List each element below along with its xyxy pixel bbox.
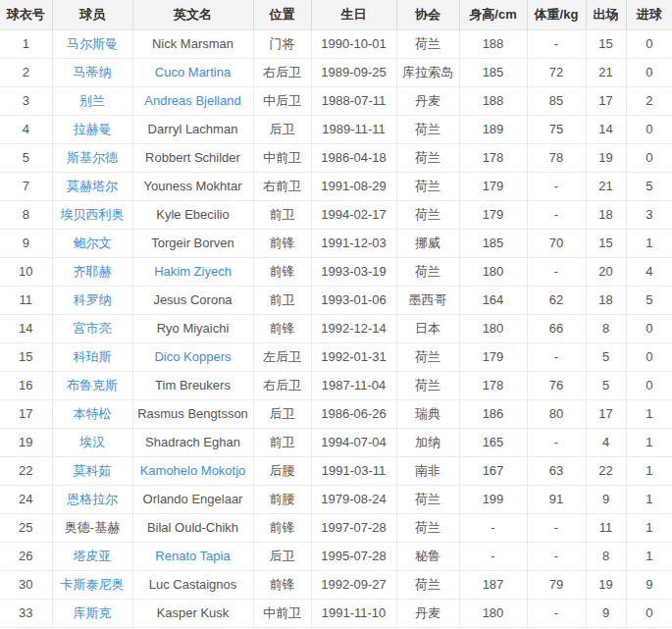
player-row: 24恩格拉尔Orlando Engelaar前腰1979-08-24荷兰1999… [0, 485, 672, 513]
cell-appearances-text: 8 [602, 549, 609, 563]
player-name_cn-link[interactable]: 莫赫塔尔 [67, 179, 118, 193]
player-name_cn-link[interactable]: 塔皮亚 [74, 549, 112, 563]
cell-name_en-text: Robbert Schilder [145, 150, 240, 165]
cell-goals-text: 9 [646, 577, 652, 592]
cell-goals: 2 [626, 86, 672, 115]
cell-height-text: 164 [483, 292, 504, 307]
cell-height: 178 [459, 143, 527, 172]
cell-name_en-text: Nick Marsman [152, 36, 233, 51]
cell-name_cn-text: 奥德-基赫 [65, 520, 120, 535]
player-name_cn-link[interactable]: 埃汉 [79, 435, 105, 449]
cell-number-text: 9 [23, 236, 29, 250]
cell-height: 164 [459, 286, 527, 314]
cell-appearances-text: 17 [598, 93, 612, 108]
cell-goals: 0 [626, 143, 672, 172]
cell-weight-text: - [554, 264, 558, 279]
cell-appearances: 8 [586, 314, 626, 342]
player-name_cn-link[interactable]: 齐耶赫 [74, 264, 112, 279]
player-name_cn-link[interactable]: 莫科茹 [74, 463, 112, 478]
cell-association-text: 荷兰 [415, 264, 440, 279]
cell-birthday: 1992-01-31 [311, 342, 396, 371]
player-name_en-link[interactable]: Dico Koppers [154, 349, 231, 364]
player-name_en-link[interactable]: Kamohelo Mokotjo [140, 463, 246, 478]
cell-name_cn: 科珀斯 [52, 342, 132, 371]
player-name_cn-link[interactable]: 库斯克 [74, 605, 112, 620]
cell-birthday: 1986-06-26 [311, 399, 396, 428]
cell-birthday-text: 1991-08-29 [321, 179, 387, 193]
cell-goals: 1 [626, 542, 672, 570]
cell-position-text: 前锋 [270, 321, 295, 336]
cell-weight: 76 [527, 371, 586, 399]
cell-name_cn: 莫科茹 [52, 456, 132, 485]
cell-appearances-text: 5 [602, 349, 609, 364]
cell-number: 25 [0, 513, 52, 542]
squad-table-header: 球衣号球员英文名位置生日协会身高/cm体重/kg出场进球 [0, 0, 672, 29]
cell-association: 丹麦 [396, 599, 459, 627]
cell-goals-text: 2 [646, 93, 652, 108]
cell-appearances: 8 [586, 542, 626, 570]
cell-name_en: Ryo Miyaichi [132, 314, 253, 342]
cell-appearances-text: 21 [598, 179, 612, 193]
cell-appearances-text: 21 [598, 65, 612, 79]
player-name_cn-link[interactable]: 宫市亮 [74, 321, 112, 336]
player-name_en-link[interactable]: Hakim Ziyech [154, 264, 232, 279]
player-row: 14宫市亮Ryo Miyaichi前锋1992-12-14日本1806680 [0, 314, 672, 342]
cell-height-text: 180 [483, 321, 504, 336]
player-name_cn-link[interactable]: 斯基尔德 [67, 150, 118, 165]
cell-goals-text: 0 [646, 349, 652, 364]
cell-appearances-text: 8 [602, 321, 609, 336]
cell-position-text: 左后卫 [263, 349, 301, 364]
cell-weight: 75 [527, 115, 586, 143]
player-name_en-link[interactable]: Andreas Bjelland [144, 93, 240, 108]
player-name_cn-link[interactable]: 埃贝西利奥 [61, 207, 125, 222]
cell-position: 后卫 [253, 542, 311, 570]
cell-number: 17 [0, 399, 52, 428]
cell-association: 南非 [396, 456, 459, 485]
player-name_cn-link[interactable]: 恩格拉尔 [67, 492, 118, 506]
cell-appearances-text: 9 [602, 605, 609, 620]
cell-number-text: 7 [23, 179, 29, 193]
player-name_cn-link[interactable]: 鲍尔文 [74, 236, 112, 250]
player-name_cn-link[interactable]: 别兰 [79, 93, 105, 108]
cell-name_en: Kyle Ebecilio [132, 200, 253, 229]
player-name_cn-link[interactable]: 卡斯泰尼奥 [61, 577, 125, 592]
cell-weight: - [527, 200, 586, 229]
cell-association-text: 秘鲁 [415, 549, 440, 563]
cell-appearances-text: 11 [599, 520, 613, 535]
cell-goals: 0 [626, 29, 672, 58]
cell-height-text: 186 [483, 406, 504, 421]
cell-association-text: 挪威 [415, 236, 440, 250]
player-name_cn-link[interactable]: 科珀斯 [74, 349, 112, 364]
cell-height-text: 165 [483, 435, 504, 449]
cell-association-text: 荷兰 [415, 577, 440, 592]
cell-number: 3 [0, 86, 52, 115]
cell-position-text: 前锋 [270, 236, 295, 250]
cell-name_en-text: Luc Castaignos [149, 577, 237, 592]
cell-number: 1 [0, 29, 52, 58]
cell-height: - [459, 542, 527, 570]
cell-association-text: 丹麦 [415, 93, 440, 108]
cell-number-text: 8 [23, 207, 29, 222]
player-name_en-link[interactable]: Renato Tapia [155, 549, 230, 563]
cell-appearances: 19 [586, 570, 626, 599]
cell-weight-text: - [554, 435, 558, 449]
cell-name_en: Jesus Corona [132, 286, 253, 314]
player-name_en-link[interactable]: Cuco Martina [155, 65, 231, 79]
column-header-number: 球衣号 [0, 0, 52, 29]
player-row: 5斯基尔德Robbert Schilder中前卫1986-04-18荷兰1787… [0, 143, 672, 172]
player-name_cn-link[interactable]: 马蒂纳 [74, 65, 112, 79]
cell-weight: - [527, 172, 586, 200]
cell-goals: 0 [626, 342, 672, 371]
cell-appearances-text: 18 [598, 207, 612, 222]
cell-height: 178 [459, 371, 527, 399]
cell-weight: - [527, 257, 586, 286]
cell-name_en: Darryl Lachman [132, 115, 253, 143]
player-name_cn-link[interactable]: 马尔斯曼 [67, 36, 118, 51]
player-name_cn-link[interactable]: 拉赫曼 [74, 122, 112, 136]
player-name_cn-link[interactable]: 本特松 [74, 406, 112, 421]
cell-number-text: 10 [19, 264, 32, 279]
column-header-association: 协会 [396, 0, 459, 29]
player-name_cn-link[interactable]: 科罗纳 [74, 292, 112, 307]
player-name_cn-link[interactable]: 布鲁克斯 [67, 378, 118, 393]
cell-association: 荷兰 [396, 143, 459, 172]
